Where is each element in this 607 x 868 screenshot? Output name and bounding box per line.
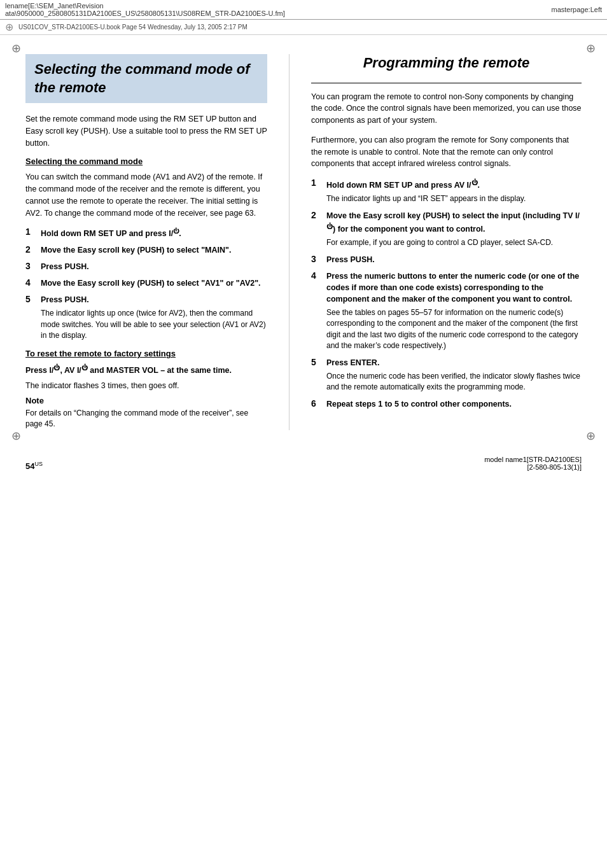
right-step-text-3: Press PUSH. bbox=[326, 254, 582, 265]
right-step-num-3: 3 bbox=[311, 254, 321, 264]
right-step-text-1: Hold down RM SET UP and press AV I/⏻. Th… bbox=[326, 178, 582, 205]
filename-line2: ata\9050000_2580805131DA2100ES_US\258080… bbox=[5, 10, 285, 17]
subsection1-heading: Selecting the command mode bbox=[25, 157, 267, 166]
step-num-3: 3 bbox=[25, 261, 36, 271]
reg-mark-bottomleft: ⊕ bbox=[11, 429, 21, 443]
step-num-4: 4 bbox=[25, 277, 36, 288]
page-number: 54US bbox=[25, 461, 43, 471]
right-step-num-1: 1 bbox=[311, 178, 321, 188]
left-section-title-box: Selecting the command mode of the remote bbox=[25, 54, 267, 103]
right-step4-sub: See the tables on pages 55–57 for inform… bbox=[326, 307, 582, 352]
page-suffix: US bbox=[34, 461, 43, 467]
step-text-5: Press PUSH. The indicator lights up once… bbox=[41, 294, 267, 341]
right-step-num-5: 5 bbox=[311, 357, 321, 367]
right-step5-sub: Once the numeric code has been verified,… bbox=[326, 371, 582, 393]
right-step-num-2: 2 bbox=[311, 210, 321, 220]
left-step-1: 1 Hold down RM SET UP and press I/⏻. bbox=[25, 227, 267, 239]
reset-heading: To reset the remote to factory settings bbox=[25, 349, 267, 358]
right-step-text-6: Repeat steps 1 to 5 to control other com… bbox=[326, 398, 582, 410]
right-step-text-2: Move the Easy scroll key (PUSH) to selec… bbox=[326, 210, 582, 249]
left-intro-text: Set the remote command mode using the RM… bbox=[25, 113, 267, 149]
step-text-1: Hold down RM SET UP and press I/⏻. bbox=[41, 227, 267, 239]
right-intro2: Furthermore, you can also program the re… bbox=[311, 134, 582, 170]
right-step-num-4: 4 bbox=[311, 270, 321, 281]
reg-mark-topright: ⊕ bbox=[586, 41, 596, 55]
step5-sub: The indicator lights up once (twice for … bbox=[41, 308, 267, 341]
reg-mark-topleft: ⊕ bbox=[11, 41, 21, 55]
subsection1-body: You can switch the command mode (AV1 and… bbox=[25, 171, 267, 219]
right-step1-sub: The indicator lights up and “IR SET” app… bbox=[326, 193, 582, 204]
left-step-5: 5 Press PUSH. The indicator lights up on… bbox=[25, 294, 267, 341]
right-step-2: 2 Move the Easy scroll key (PUSH) to sel… bbox=[311, 210, 582, 249]
right-section-title-box: Programming the remote bbox=[311, 54, 582, 73]
reset-sub: The indicator flashes 3 times, then goes… bbox=[25, 380, 267, 392]
step-text-2: Move the Easy scroll key (PUSH) to selec… bbox=[41, 244, 267, 256]
right-intro1: You can program the remote to control no… bbox=[311, 91, 582, 127]
footer: 54US model name1[STR-DA2100ES] [2-580-80… bbox=[0, 449, 607, 477]
right-step-6: 6 Repeat steps 1 to 5 to control other c… bbox=[311, 398, 582, 410]
note-text: For details on “Changing the command mod… bbox=[25, 408, 267, 430]
sub-header-text: US01COV_STR-DA2100ES-U.book Page 54 Wedn… bbox=[18, 24, 248, 31]
right-steps-list: 1 Hold down RM SET UP and press AV I/⏻. … bbox=[311, 178, 582, 410]
right-step-5: 5 Press ENTER. Once the numeric code has… bbox=[311, 357, 582, 393]
step-num-5: 5 bbox=[25, 294, 36, 304]
masterpage-label: masterpage:Left bbox=[552, 6, 603, 13]
right-column: Programming the remote You can program t… bbox=[311, 54, 582, 430]
crosshair-icon-left: ⊕ bbox=[5, 21, 13, 33]
reset-body: Press I/⏻, AV I/⏻ and MASTER VOL – at th… bbox=[25, 362, 267, 376]
sub-header: ⊕ US01COV_STR-DA2100ES-U.book Page 54 We… bbox=[0, 20, 607, 35]
left-step-2: 2 Move the Easy scroll key (PUSH) to sel… bbox=[25, 244, 267, 256]
left-step-3: 3 Press PUSH. bbox=[25, 261, 267, 272]
model-name-area: model name1[STR-DA2100ES] [2-580-805-13(… bbox=[484, 456, 582, 471]
right-step-text-4: Press the numeric buttons to enter the n… bbox=[326, 270, 582, 352]
model-code-text: [2-580-805-13(1)] bbox=[484, 463, 582, 471]
page-number-area: 54US bbox=[25, 461, 43, 471]
left-step-4: 4 Move the Easy scroll key (PUSH) to sel… bbox=[25, 277, 267, 289]
filename-line1: lename[E:\SEM_Janet\Revision bbox=[5, 2, 104, 10]
right-step2-sub: For example, if you are going to control… bbox=[326, 237, 582, 248]
header-bar: lename[E:\SEM_Janet\Revision ata\9050000… bbox=[0, 0, 607, 20]
step-num-2: 2 bbox=[25, 244, 36, 255]
right-section-title: Programming the remote bbox=[311, 54, 582, 73]
left-section-title: Selecting the command mode of the remote bbox=[34, 60, 258, 97]
note-heading: Note bbox=[25, 396, 267, 405]
step-text-4: Move the Easy scroll key (PUSH) to selec… bbox=[41, 277, 267, 289]
right-step-3: 3 Press PUSH. bbox=[311, 254, 582, 265]
step-text-3: Press PUSH. bbox=[41, 261, 267, 272]
left-column: Selecting the command mode of the remote… bbox=[25, 54, 267, 430]
right-step-4: 4 Press the numeric buttons to enter the… bbox=[311, 270, 582, 352]
right-step-text-5: Press ENTER. Once the numeric code has b… bbox=[326, 357, 582, 393]
right-step-num-6: 6 bbox=[311, 398, 321, 409]
reg-mark-bottomright: ⊕ bbox=[586, 429, 596, 443]
right-step-1: 1 Hold down RM SET UP and press AV I/⏻. … bbox=[311, 178, 582, 205]
column-divider bbox=[289, 54, 290, 430]
title-underline bbox=[311, 83, 582, 83]
left-steps-list: 1 Hold down RM SET UP and press I/⏻. 2 M… bbox=[25, 227, 267, 341]
model-name-text: model name1[STR-DA2100ES] bbox=[484, 456, 582, 463]
step-num-1: 1 bbox=[25, 227, 36, 237]
